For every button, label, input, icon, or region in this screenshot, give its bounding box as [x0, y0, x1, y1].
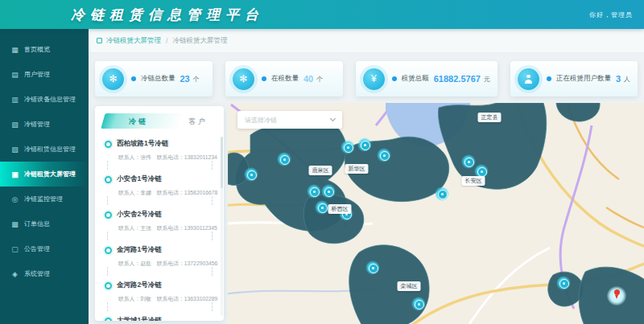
cold-chain-marker-icon[interactable] [321, 184, 336, 199]
sidebar-item-monitor[interactable]: ◎ 冷链监控管理 [0, 187, 89, 211]
tab-cold-chain-label[interactable]: 冷链 [129, 117, 148, 127]
list-item[interactable]: 小安舍1号冷链 联系人：李娜联系电话：13582016678 [98, 170, 219, 206]
tab-customer[interactable]: 客户 [188, 117, 208, 127]
cold-chain-marker-icon[interactable] [277, 152, 291, 166]
users-icon: ▤ [10, 71, 20, 79]
main-content: 冷链租赁大屏管理 / 冷链租赁大屏管理 ✻ 冷链总数量 23 个 ✻ 在租数量 … [89, 29, 644, 324]
cold-chain-icon: ▧ [10, 121, 20, 129]
top-header-bar: 冷链租赁信息管理平台 你好，管理员 [0, 0, 644, 29]
item-title: 西柏坡路1号冷链 [117, 139, 168, 149]
map-cold-chain-select[interactable]: 请选择冷链 [237, 111, 342, 129]
item-meta: 联系人：张伟联系电话：13832011234 [118, 154, 214, 162]
cold-chain-list-panel: 冷链 客户 西柏坡路1号冷链 联系人：张伟联系电话：13832011234 小安… [95, 106, 224, 321]
sidebar-item-rental-info[interactable]: ▨ 冷链租赁信息管理 [0, 137, 89, 162]
cold-chain-marker-icon[interactable] [435, 187, 449, 201]
stat-unit: 个 [193, 75, 200, 84]
sidebar-item-users[interactable]: ▤ 用户管理 [0, 62, 89, 87]
stat-card-rented: ✻ 在租数量 40 个 [225, 61, 343, 96]
cold-chain-marker-icon[interactable] [365, 260, 380, 275]
stat-unit: 人 [624, 75, 630, 84]
stat-unit: 元 [484, 75, 490, 84]
bullet-dot-icon [547, 76, 551, 81]
stat-label: 在租数量 [271, 74, 299, 84]
list-scrollbar[interactable] [221, 137, 223, 316]
stat-label: 正在租赁用户数量 [556, 74, 611, 84]
breadcrumb: 冷链租赁大屏管理 / 冷链租赁大屏管理 [89, 29, 644, 53]
cold-chain-marker-icon[interactable] [341, 140, 355, 154]
item-meta: 联系人：李娜联系电话：13582016678 [118, 189, 214, 197]
map-markers: 鹿泉区新华区桥西区正定县长安区栾城区 [228, 103, 644, 324]
sidebar-item-label: 公告管理 [24, 244, 50, 253]
sidebar-item-label: 冷链租赁大屏管理 [24, 170, 76, 178]
stat-card-renters: 正在租赁用户数量 3 人 [510, 61, 638, 96]
stat-card-total: ✻ 冷链总数量 23 个 [95, 61, 213, 96]
sidebar-item-label: 冷链设备信息管理 [24, 95, 76, 104]
snowflake-icon: ✻ [102, 68, 124, 90]
cold-chain-marker-icon[interactable] [461, 154, 476, 169]
home-icon: ▦ [10, 46, 20, 54]
cold-chain-marker-icon[interactable] [556, 276, 571, 290]
sidebar-item-device-info[interactable]: ▥ 冷链设备信息管理 [0, 87, 89, 112]
sidebar-item-big-screen-active[interactable]: ▣ 冷链租赁大屏管理 [0, 162, 89, 187]
location-pin-icon[interactable] [607, 286, 626, 306]
list-item[interactable]: 西柏坡路1号冷链 联系人：张伟联系电话：13832011234 [98, 135, 219, 170]
stat-label: 租赁总额 [402, 74, 429, 84]
breadcrumb-separator: / [166, 37, 167, 45]
money-icon: ¥ [363, 68, 385, 90]
sidebar-item-notices[interactable]: ▢ 公告管理 [0, 236, 89, 261]
sidebar-nav: ▦ 首页概览 ▤ 用户管理 ▥ 冷链设备信息管理 ▧ 冷链管理 ▨ 冷链租赁信息… [0, 29, 89, 324]
cold-chain-marker-icon[interactable] [411, 297, 426, 311]
cold-chain-marker-icon[interactable] [244, 167, 258, 182]
bullet-dot-icon [392, 76, 397, 81]
sidebar-item-home[interactable]: ▦ 首页概览 [0, 37, 89, 62]
user-greeting[interactable]: 你好，管理员 [589, 0, 633, 29]
sidebar-item-label: 订单信息 [24, 219, 50, 228]
monitor-icon: ◎ [10, 195, 20, 203]
item-dot-icon [105, 318, 112, 322]
item-title: 小安舍1号冷链 [117, 174, 162, 184]
cold-chain-marker-icon[interactable] [357, 137, 372, 152]
district-label: 长安区 [462, 176, 485, 186]
sidebar-item-label: 冷链管理 [24, 120, 50, 129]
breadcrumb-item-1[interactable]: 冷链租赁大屏管理 [106, 36, 161, 46]
list-item[interactable]: 大学城1号冷链 联系人：陈杰联系电话：13512340987 [98, 312, 219, 321]
select-placeholder: 请选择冷链 [245, 116, 277, 125]
breadcrumb-item-2: 冷链租赁大屏管理 [172, 36, 227, 46]
stat-value: 40 [303, 74, 313, 84]
stat-value: 61882.5767 [434, 74, 481, 84]
map-canvas[interactable]: 鹿泉区新华区桥西区正定县长安区栾城区 请选择冷链 [228, 103, 644, 324]
item-title: 金河路2号冷链 [117, 281, 162, 290]
breadcrumb-icon [97, 38, 102, 43]
scrollbar-thumb[interactable] [221, 137, 223, 188]
item-title: 金河路1号冷链 [117, 245, 162, 255]
snowflake-icon: ✻ [233, 68, 254, 90]
item-dot-icon [105, 247, 112, 254]
stat-card-amount: ¥ 租赁总额 61882.5767 元 [356, 61, 497, 96]
cold-chain-marker-icon[interactable] [307, 184, 321, 199]
item-meta: 联系人：王强联系电话：13930112345 [118, 224, 214, 232]
user-icon [518, 68, 539, 90]
list-item[interactable]: 金河路1号冷链 联系人：赵磊联系电话：13722903456 [98, 241, 219, 277]
cold-chain-marker-icon[interactable] [315, 200, 329, 215]
item-title: 小安舍2号冷链 [117, 210, 162, 219]
person-glyph [524, 75, 532, 84]
district-label: 鹿泉区 [309, 166, 332, 175]
list-item[interactable]: 小安舍2号冷链 联系人：王强联系电话：13930112345 [98, 206, 219, 241]
cold-chain-marker-icon[interactable] [377, 148, 391, 162]
item-dot-icon [105, 211, 112, 219]
item-meta: 联系人：刘敏联系电话：13633102289 [118, 295, 214, 303]
sidebar-item-cold-chain[interactable]: ▧ 冷链管理 [0, 112, 89, 137]
list-item[interactable]: 金河路2号冷链 联系人：刘敏联系电话：13633102289 [98, 277, 219, 312]
item-dot-icon [105, 282, 112, 289]
stat-value: 3 [616, 74, 621, 84]
device-icon: ▥ [10, 96, 20, 104]
sidebar-item-settings[interactable]: ◈ 系统管理 [0, 261, 89, 286]
big-screen-icon: ▣ [10, 170, 20, 178]
stats-row: ✻ 冷链总数量 23 个 ✻ 在租数量 40 个 ¥ 租赁总额 61882.57… [89, 53, 644, 101]
district-label: 栾城区 [398, 281, 421, 291]
sidebar-item-label: 用户管理 [24, 70, 50, 79]
sidebar-item-orders[interactable]: ▩ 订单信息 [0, 211, 89, 236]
cold-chain-list: 西柏坡路1号冷链 联系人：张伟联系电话：13832011234 小安舍1号冷链 … [98, 135, 219, 321]
app-window: 冷链租赁信息管理平台 你好，管理员 ▦ 首页概览 ▤ 用户管理 ▥ 冷链设备信息… [0, 0, 644, 324]
app-title: 冷链租赁信息管理平台 [71, 6, 264, 24]
